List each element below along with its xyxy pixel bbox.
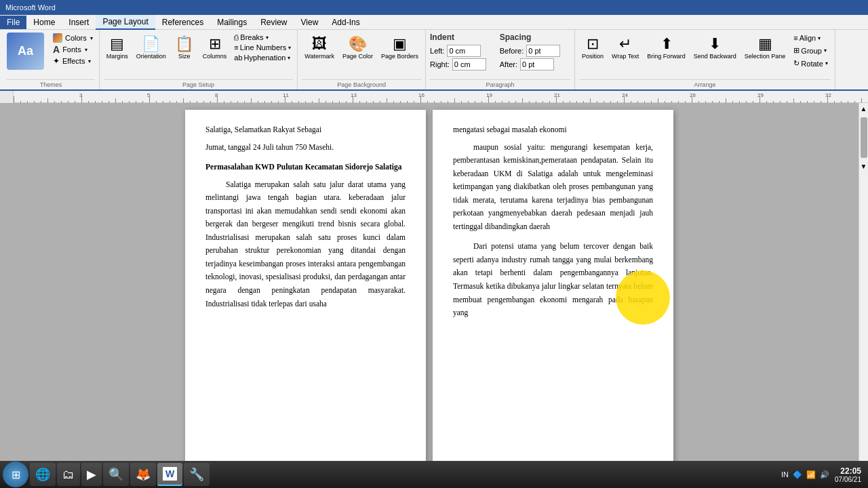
bring-forward-button[interactable]: ⬆ Bring Forward	[644, 33, 688, 62]
effects-dropdown-icon: ▾	[88, 58, 91, 64]
columns-button[interactable]: ⊞ Columns	[200, 33, 230, 62]
ribbon: Aa Colors ▾ A Fonts ▾ ✦ Effects ▾	[0, 30, 868, 91]
themes-button[interactable]: Aa	[7, 33, 44, 70]
spacing-after-label: After:	[500, 60, 517, 68]
group-icon: ⊞	[793, 46, 800, 55]
scroll-down-arrow[interactable]: ▼	[859, 161, 868, 172]
taskbar: ⊞ 🌐 🗂 ▶ 🔍 🦊 W 🔧 IN 🔷 📶 🔊 22:05 07/06/21	[0, 461, 868, 488]
selection-pane-button[interactable]: ▦ Selection Pane	[742, 33, 789, 62]
speaker-icon: 🔊	[820, 470, 829, 479]
bring-forward-icon: ⬆	[660, 35, 673, 53]
vertical-scrollbar[interactable]: ▲ ▼	[859, 103, 868, 473]
page-setup-group: ▤ Margins 📄 Orientation 📋 Size ⊞ Columns…	[100, 30, 298, 89]
bluetooth-icon: 🔷	[793, 470, 802, 479]
wrap-text-button[interactable]: ↵ Wrap Text	[609, 33, 642, 62]
left-page-heading: Permasalahan KWD Pulutan Kecamatan Sidor…	[205, 161, 406, 174]
menu-view[interactable]: View	[294, 16, 326, 29]
breaks-arrow-icon: ▾	[266, 35, 269, 41]
paragraph-group: Indent Left: Right: Spacing Before:	[426, 30, 575, 89]
wrap-text-icon: ↵	[619, 35, 631, 53]
clock-date: 07/06/21	[835, 476, 861, 483]
orientation-button[interactable]: 📄 Orientation	[134, 33, 169, 62]
doc-scroll[interactable]: Salatiga, Selamatkan Rakyat Sebagai Juma…	[0, 103, 859, 473]
indent-left-label: Left:	[430, 47, 444, 55]
effects-button[interactable]: ✦ Effects ▾	[51, 56, 95, 66]
page-color-button[interactable]: 🎨 Page Color	[340, 33, 376, 62]
spacing-section: Spacing Before: After:	[500, 33, 560, 72]
scroll-up-arrow[interactable]: ▲	[859, 103, 868, 115]
menu-home[interactable]: Home	[26, 16, 62, 29]
page-color-icon: 🎨	[349, 35, 367, 53]
colors-dropdown-icon: ▾	[90, 35, 93, 41]
spacing-before-input[interactable]	[526, 45, 560, 57]
taskbar-explorer[interactable]: 🗂	[57, 463, 80, 486]
line-numbers-button[interactable]: ≡ Line Numbers ▾	[232, 43, 293, 52]
breaks-button[interactable]: ⎙ Breaks ▾	[232, 33, 293, 42]
scroll-thumb[interactable]	[861, 117, 867, 158]
page-background-group: 🖼 Watermark 🎨 Page Color ▣ Page Borders …	[298, 30, 426, 89]
hyphenation-button[interactable]: ab Hyphenation ▾	[232, 53, 293, 62]
highlight-circle	[616, 270, 670, 325]
menu-insert[interactable]: Insert	[62, 16, 96, 29]
ie-icon: 🌐	[35, 467, 50, 482]
clock-time: 22:05	[835, 466, 861, 476]
colors-button[interactable]: Colors ▾	[51, 33, 95, 43]
rotate-button[interactable]: ↻ Rotate ▾	[791, 58, 830, 69]
ruler-area	[0, 91, 868, 103]
taskbar-firefox[interactable]: 🦊	[130, 463, 156, 486]
margins-icon: ▤	[110, 35, 124, 53]
size-button[interactable]: 📋 Size	[172, 33, 197, 62]
page-background-group-label: Page Background	[302, 79, 421, 89]
indent-left-input[interactable]	[447, 45, 481, 57]
page-borders-button[interactable]: ▣ Page Borders	[378, 33, 421, 62]
start-button[interactable]: ⊞	[3, 462, 28, 487]
position-button[interactable]: ⊡ Position	[579, 33, 606, 62]
page-setup-group-label: Page Setup	[104, 79, 293, 89]
extra-icon: 🔧	[189, 467, 204, 482]
group-button[interactable]: ⊞ Group ▾	[791, 45, 830, 56]
align-button[interactable]: ≡ Align ▾	[791, 33, 830, 43]
search-icon: 🔍	[108, 467, 123, 482]
themes-group: Aa Colors ▾ A Fonts ▾ ✦ Effects ▾	[3, 30, 100, 89]
hyphenation-icon: ab	[234, 54, 242, 62]
send-backward-button[interactable]: ⬇ Send Backward	[691, 33, 739, 62]
right-page-intro: mengatasi sebagai masalah ekonomi	[453, 123, 653, 137]
taskbar-search[interactable]: 🔍	[103, 463, 129, 486]
orientation-icon: 📄	[142, 35, 160, 53]
left-page-body: Salatiga merupakan salah satu jalur dara…	[205, 178, 406, 310]
left-page-content: Salatiga, Selamatkan Rakyat Sebagai Juma…	[205, 123, 406, 310]
indent-right-input[interactable]	[452, 58, 486, 70]
align-icon: ≡	[793, 34, 797, 42]
page-borders-icon: ▣	[393, 35, 407, 53]
left-page-intro: Salatiga, Selamatkan Rakyat Sebagai	[205, 123, 406, 137]
menu-addins[interactable]: Add-Ins	[325, 16, 366, 29]
spacing-after-input[interactable]	[520, 58, 554, 70]
menu-references[interactable]: References	[155, 16, 210, 29]
sys-tray: IN 🔷 📶 🔊	[781, 470, 829, 479]
taskbar-word[interactable]: W	[157, 463, 182, 486]
menu-review[interactable]: Review	[254, 16, 294, 29]
group-dropdown-icon: ▾	[824, 47, 827, 54]
position-icon: ⊡	[587, 35, 599, 53]
size-icon: 📋	[175, 35, 193, 53]
paragraph-group-label: Paragraph	[430, 79, 570, 89]
menu-mailings[interactable]: Mailings	[210, 16, 254, 29]
align-dropdown-icon: ▾	[818, 35, 821, 41]
menu-page-layout[interactable]: Page Layout	[96, 15, 155, 30]
line-numbers-arrow-icon: ▾	[288, 45, 291, 51]
word-icon: W	[163, 467, 177, 481]
fonts-button[interactable]: A Fonts ▾	[51, 43, 95, 56]
right-page-body1: maupun sosial yaitu: mengurangi kesempat…	[453, 141, 653, 234]
taskbar-media[interactable]: ▶	[81, 463, 102, 486]
taskbar-extra[interactable]: 🔧	[184, 463, 210, 486]
hyphenation-arrow-icon: ▾	[288, 55, 290, 61]
fonts-dropdown-icon: ▾	[85, 47, 87, 53]
watermark-button[interactable]: 🖼 Watermark	[302, 33, 337, 62]
indent-section: Indent Left: Right:	[430, 33, 486, 72]
clock: 22:05 07/06/21	[835, 466, 861, 483]
margins-button[interactable]: ▤ Margins	[104, 33, 131, 62]
fonts-icon: A	[53, 44, 60, 55]
menu-file[interactable]: File	[0, 16, 26, 29]
effects-icon: ✦	[53, 56, 60, 66]
taskbar-ie[interactable]: 🌐	[30, 463, 56, 486]
